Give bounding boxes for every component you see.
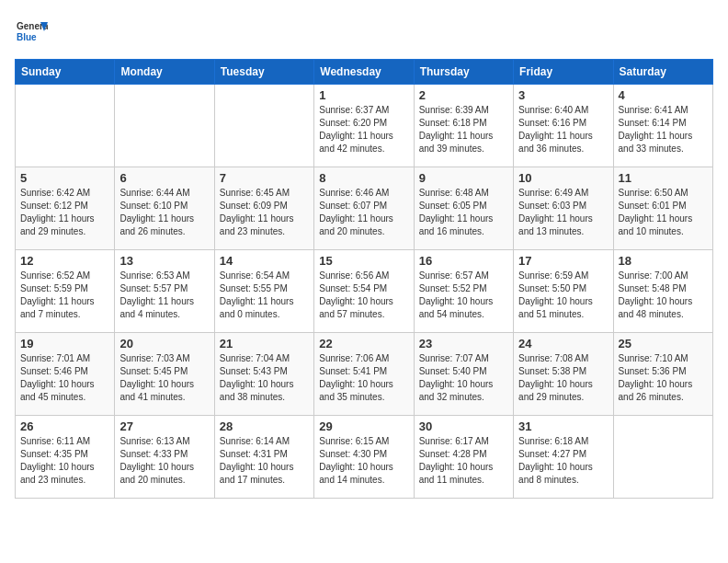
day-number: 21 bbox=[220, 337, 309, 350]
day-info: Sunrise: 7:00 AM Sunset: 5:48 PM Dayligh… bbox=[619, 270, 708, 321]
day-info: Sunrise: 7:01 AM Sunset: 5:46 PM Dayligh… bbox=[20, 352, 109, 404]
calendar-cell: 27Sunrise: 6:13 AM Sunset: 4:33 PM Dayli… bbox=[115, 416, 214, 499]
calendar-cell: 20Sunrise: 7:03 AM Sunset: 5:45 PM Dayli… bbox=[115, 333, 214, 416]
day-number: 4 bbox=[619, 88, 708, 102]
calendar-cell: 19Sunrise: 7:01 AM Sunset: 5:46 PM Dayli… bbox=[16, 333, 115, 416]
day-number: 22 bbox=[319, 337, 408, 350]
calendar-cell: 17Sunrise: 6:59 AM Sunset: 5:50 PM Dayli… bbox=[514, 250, 613, 333]
calendar-cell: 31Sunrise: 6:18 AM Sunset: 4:27 PM Dayli… bbox=[514, 416, 613, 499]
day-info: Sunrise: 6:42 AM Sunset: 6:12 PM Dayligh… bbox=[20, 187, 109, 238]
day-info: Sunrise: 6:52 AM Sunset: 5:59 PM Dayligh… bbox=[20, 270, 109, 321]
calendar-cell: 5Sunrise: 6:42 AM Sunset: 6:12 PM Daylig… bbox=[16, 167, 115, 250]
day-number: 1 bbox=[319, 88, 408, 102]
day-info: Sunrise: 7:06 AM Sunset: 5:41 PM Dayligh… bbox=[319, 352, 408, 404]
day-number: 14 bbox=[220, 254, 309, 268]
column-header-tuesday: Tuesday bbox=[214, 60, 313, 85]
day-number: 12 bbox=[20, 254, 109, 268]
calendar-cell: 12Sunrise: 6:52 AM Sunset: 5:59 PM Dayli… bbox=[16, 250, 115, 333]
day-info: Sunrise: 6:14 AM Sunset: 4:31 PM Dayligh… bbox=[220, 435, 309, 487]
day-number: 20 bbox=[119, 337, 209, 350]
column-header-sunday: Sunday bbox=[16, 60, 115, 85]
calendar-table: SundayMondayTuesdayWednesdayThursdayFrid… bbox=[15, 59, 713, 499]
calendar-cell bbox=[613, 416, 712, 499]
column-header-monday: Monday bbox=[115, 60, 214, 85]
calendar-cell: 6Sunrise: 6:44 AM Sunset: 6:10 PM Daylig… bbox=[115, 167, 214, 250]
day-number: 6 bbox=[119, 171, 209, 185]
day-info: Sunrise: 6:45 AM Sunset: 6:09 PM Dayligh… bbox=[220, 187, 309, 238]
calendar-cell: 21Sunrise: 7:04 AM Sunset: 5:43 PM Dayli… bbox=[214, 333, 313, 416]
day-number: 7 bbox=[220, 171, 309, 185]
calendar-cell bbox=[115, 85, 214, 167]
calendar-cell: 4Sunrise: 6:41 AM Sunset: 6:14 PM Daylig… bbox=[613, 85, 712, 167]
calendar-cell: 23Sunrise: 7:07 AM Sunset: 5:40 PM Dayli… bbox=[414, 333, 513, 416]
calendar-cell: 30Sunrise: 6:17 AM Sunset: 4:28 PM Dayli… bbox=[414, 416, 513, 499]
calendar-cell: 10Sunrise: 6:49 AM Sunset: 6:03 PM Dayli… bbox=[514, 167, 613, 250]
day-number: 28 bbox=[220, 419, 309, 433]
logo: General Blue bbox=[15, 15, 51, 48]
day-number: 27 bbox=[119, 419, 209, 433]
day-number: 2 bbox=[419, 88, 508, 102]
day-info: Sunrise: 6:41 AM Sunset: 6:14 PM Dayligh… bbox=[619, 104, 708, 155]
day-info: Sunrise: 6:15 AM Sunset: 4:30 PM Dayligh… bbox=[319, 435, 408, 487]
day-info: Sunrise: 6:59 AM Sunset: 5:50 PM Dayligh… bbox=[518, 270, 608, 321]
day-info: Sunrise: 6:11 AM Sunset: 4:35 PM Dayligh… bbox=[20, 435, 109, 487]
day-number: 8 bbox=[319, 171, 408, 185]
logo-icon: General Blue bbox=[15, 15, 48, 48]
calendar-cell: 9Sunrise: 6:48 AM Sunset: 6:05 PM Daylig… bbox=[414, 167, 513, 250]
calendar-cell: 13Sunrise: 6:53 AM Sunset: 5:57 PM Dayli… bbox=[115, 250, 214, 333]
calendar-cell: 3Sunrise: 6:40 AM Sunset: 6:16 PM Daylig… bbox=[514, 85, 613, 167]
calendar-cell: 11Sunrise: 6:50 AM Sunset: 6:01 PM Dayli… bbox=[613, 167, 712, 250]
calendar-week-2: 5Sunrise: 6:42 AM Sunset: 6:12 PM Daylig… bbox=[16, 167, 713, 250]
day-number: 25 bbox=[619, 337, 708, 350]
day-info: Sunrise: 7:07 AM Sunset: 5:40 PM Dayligh… bbox=[419, 352, 508, 404]
svg-text:Blue: Blue bbox=[17, 32, 37, 42]
calendar-cell bbox=[16, 85, 115, 167]
calendar-cell: 24Sunrise: 7:08 AM Sunset: 5:38 PM Dayli… bbox=[514, 333, 613, 416]
day-info: Sunrise: 6:37 AM Sunset: 6:20 PM Dayligh… bbox=[319, 104, 408, 155]
day-info: Sunrise: 6:40 AM Sunset: 6:16 PM Dayligh… bbox=[518, 104, 608, 155]
calendar-cell: 28Sunrise: 6:14 AM Sunset: 4:31 PM Dayli… bbox=[214, 416, 313, 499]
calendar-cell: 16Sunrise: 6:57 AM Sunset: 5:52 PM Dayli… bbox=[414, 250, 513, 333]
column-header-wednesday: Wednesday bbox=[314, 60, 414, 85]
day-number: 26 bbox=[20, 419, 109, 433]
day-number: 5 bbox=[20, 171, 109, 185]
day-info: Sunrise: 6:54 AM Sunset: 5:55 PM Dayligh… bbox=[220, 270, 309, 321]
calendar-cell: 22Sunrise: 7:06 AM Sunset: 5:41 PM Dayli… bbox=[314, 333, 414, 416]
day-number: 31 bbox=[518, 419, 608, 433]
day-number: 9 bbox=[419, 171, 508, 185]
day-number: 17 bbox=[518, 254, 608, 268]
calendar-cell: 2Sunrise: 6:39 AM Sunset: 6:18 PM Daylig… bbox=[414, 85, 513, 167]
calendar-cell: 29Sunrise: 6:15 AM Sunset: 4:30 PM Dayli… bbox=[314, 416, 414, 499]
column-header-thursday: Thursday bbox=[414, 60, 513, 85]
calendar-week-5: 26Sunrise: 6:11 AM Sunset: 4:35 PM Dayli… bbox=[16, 416, 713, 499]
day-info: Sunrise: 6:48 AM Sunset: 6:05 PM Dayligh… bbox=[419, 187, 508, 238]
calendar-week-3: 12Sunrise: 6:52 AM Sunset: 5:59 PM Dayli… bbox=[16, 250, 713, 333]
calendar-cell: 15Sunrise: 6:56 AM Sunset: 5:54 PM Dayli… bbox=[314, 250, 414, 333]
day-info: Sunrise: 6:57 AM Sunset: 5:52 PM Dayligh… bbox=[419, 270, 508, 321]
day-info: Sunrise: 6:50 AM Sunset: 6:01 PM Dayligh… bbox=[619, 187, 708, 238]
day-number: 10 bbox=[518, 171, 608, 185]
day-number: 18 bbox=[619, 254, 708, 268]
day-number: 13 bbox=[119, 254, 209, 268]
day-info: Sunrise: 7:08 AM Sunset: 5:38 PM Dayligh… bbox=[518, 352, 608, 404]
day-number: 30 bbox=[419, 419, 508, 433]
day-info: Sunrise: 6:17 AM Sunset: 4:28 PM Dayligh… bbox=[419, 435, 508, 487]
day-number: 23 bbox=[419, 337, 508, 350]
calendar-cell: 8Sunrise: 6:46 AM Sunset: 6:07 PM Daylig… bbox=[314, 167, 414, 250]
page-header: General Blue bbox=[15, 15, 713, 48]
day-info: Sunrise: 6:46 AM Sunset: 6:07 PM Dayligh… bbox=[319, 187, 408, 238]
day-info: Sunrise: 7:04 AM Sunset: 5:43 PM Dayligh… bbox=[220, 352, 309, 404]
day-number: 3 bbox=[518, 88, 608, 102]
day-number: 15 bbox=[319, 254, 408, 268]
day-info: Sunrise: 6:39 AM Sunset: 6:18 PM Dayligh… bbox=[419, 104, 508, 155]
day-info: Sunrise: 6:56 AM Sunset: 5:54 PM Dayligh… bbox=[319, 270, 408, 321]
calendar-cell: 7Sunrise: 6:45 AM Sunset: 6:09 PM Daylig… bbox=[214, 167, 313, 250]
column-header-friday: Friday bbox=[514, 60, 613, 85]
calendar-cell bbox=[214, 85, 313, 167]
day-number: 16 bbox=[419, 254, 508, 268]
calendar-cell: 18Sunrise: 7:00 AM Sunset: 5:48 PM Dayli… bbox=[613, 250, 712, 333]
day-info: Sunrise: 6:44 AM Sunset: 6:10 PM Dayligh… bbox=[119, 187, 209, 238]
day-number: 24 bbox=[518, 337, 608, 350]
calendar-cell: 25Sunrise: 7:10 AM Sunset: 5:36 PM Dayli… bbox=[613, 333, 712, 416]
day-info: Sunrise: 6:18 AM Sunset: 4:27 PM Dayligh… bbox=[518, 435, 608, 487]
